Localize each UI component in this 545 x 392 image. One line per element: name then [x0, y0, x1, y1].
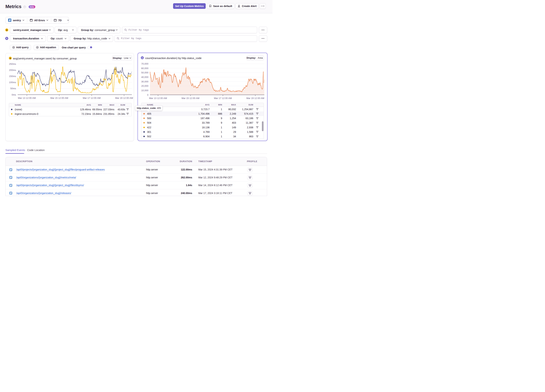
svg-text:Mar 17 12:00 AM: Mar 17 12:00 AM: [214, 97, 232, 99]
svg-text:250ms: 250ms: [9, 63, 16, 65]
svg-text:Mar 15 12:00 AM: Mar 15 12:00 AM: [182, 97, 199, 99]
svg-text:0ms: 0ms: [12, 93, 16, 96]
svg-text:60,000: 60,000: [141, 67, 149, 70]
svg-text:20,000: 20,000: [141, 85, 149, 87]
svg-text:Mar 19 12:00 AM: Mar 19 12:00 AM: [115, 97, 133, 99]
svg-text:40,000: 40,000: [141, 76, 149, 79]
svg-text:10,000: 10,000: [141, 89, 149, 92]
svg-text:30,000: 30,000: [141, 80, 149, 83]
svg-text:150ms: 150ms: [9, 75, 16, 78]
svg-text:200ms: 200ms: [9, 69, 16, 71]
svg-text:Mar 13 12:00 AM: Mar 13 12:00 AM: [18, 97, 36, 99]
svg-text:Mar 13 12:00 AM: Mar 13 12:00 AM: [149, 97, 167, 99]
svg-text:50ms: 50ms: [10, 87, 16, 90]
svg-text:Mar 15 12:00 AM: Mar 15 12:00 AM: [50, 97, 68, 99]
svg-text:50,000: 50,000: [141, 71, 149, 74]
svg-text:Mar 19 12:00 AM: Mar 19 12:00 AM: [246, 97, 264, 99]
svg-text:Mar 17 12:00 AM: Mar 17 12:00 AM: [83, 97, 101, 99]
svg-text:100ms: 100ms: [9, 81, 16, 84]
svg-text:70,000: 70,000: [141, 62, 149, 65]
svg-text:0: 0: [147, 94, 148, 96]
